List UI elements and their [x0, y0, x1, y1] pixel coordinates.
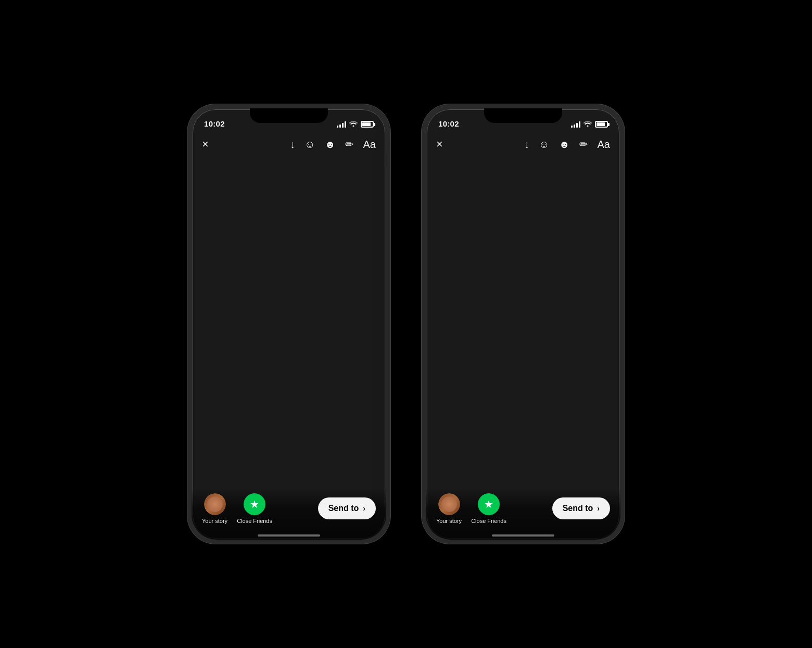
- monitor-screen-s1: [206, 313, 234, 328]
- status-icons: [337, 120, 374, 128]
- monitor-main-2: [484, 273, 557, 326]
- avatar-image: [204, 493, 226, 515]
- monitor-screen-s1-2: [440, 313, 468, 328]
- phone-2-screen: facebo 10:02: [426, 108, 620, 540]
- bottom-bar: Your story ★ Close Friends Send to ›: [192, 488, 386, 540]
- status-icons-2: [571, 120, 608, 128]
- close-friends-item[interactable]: ★ Close Friends: [237, 493, 272, 524]
- toolbar-left-2: ×: [436, 138, 443, 151]
- monitor-small-1-2: [436, 309, 472, 338]
- wifi-icon: [349, 120, 358, 128]
- your-story-item[interactable]: Your story: [202, 493, 227, 524]
- signal-bar-3-2: [576, 123, 578, 128]
- star-icon: ★: [250, 498, 259, 510]
- toolbar-right: ↓ ☺ ☻ ✏ Aa: [290, 138, 376, 151]
- send-to-button-2[interactable]: Send to ›: [552, 497, 610, 519]
- bottom-bar-2: Your story ★ Close Friends Send to ›: [426, 488, 620, 540]
- office-scene: facebo: [192, 108, 386, 540]
- signal-bar-3: [342, 123, 344, 128]
- avatar-image-2: [438, 493, 460, 515]
- signal-bar-4: [345, 121, 346, 128]
- avatar-face: [207, 496, 223, 512]
- monitor-stand: [285, 324, 287, 332]
- signal-bars-2: [571, 121, 580, 128]
- face-icon[interactable]: ☻: [324, 139, 335, 151]
- office-scene-2: facebo: [426, 108, 620, 540]
- send-to-button[interactable]: Send to ›: [318, 497, 376, 519]
- signal-bar-2-2: [574, 124, 575, 128]
- battery-icon: [361, 121, 374, 128]
- monitor-main: [250, 273, 323, 326]
- status-time: 10:02: [204, 119, 225, 128]
- toolbar-2: × ↓ ☺ ☻ ✏ Aa: [426, 131, 620, 157]
- star-icon-2: ★: [484, 498, 493, 510]
- phone-1-screen: facebo 10:02: [192, 108, 386, 540]
- download-icon[interactable]: ↓: [290, 139, 295, 151]
- close-friends-label-2: Close Friends: [471, 518, 506, 524]
- monitor-screen-s2-2: [564, 289, 597, 309]
- effect-icon[interactable]: ☺: [304, 139, 315, 151]
- home-indicator-2: [492, 534, 554, 537]
- toolbar: × ↓ ☺ ☻ ✏ Aa: [192, 131, 386, 157]
- notch: [250, 108, 328, 123]
- chevron-right-icon-2: ›: [597, 504, 600, 513]
- home-indicator: [258, 534, 320, 537]
- your-story-item-2[interactable]: Your story: [436, 493, 462, 524]
- signal-bar-1: [337, 126, 338, 128]
- battery-icon-2: [595, 121, 608, 128]
- monitor-small-1: [201, 309, 238, 338]
- signal-bar-4-2: [579, 121, 580, 128]
- monitor-stand-2: [519, 324, 522, 332]
- monitor-small-2: [325, 285, 367, 319]
- story-options: Your story ★ Close Friends: [202, 493, 272, 524]
- text-icon-2[interactable]: Aa: [598, 139, 610, 151]
- phone-2: facebo 10:02: [422, 104, 625, 544]
- photo-background: facebo: [192, 108, 386, 540]
- avatar-face-2: [441, 496, 457, 512]
- battery-fill-2: [597, 122, 605, 126]
- face-icon-2[interactable]: ☻: [559, 139, 569, 151]
- status-time-2: 10:02: [438, 119, 459, 128]
- toolbar-left: ×: [202, 138, 209, 151]
- your-story-label: Your story: [202, 518, 227, 524]
- monitor-small-2-2: [560, 285, 601, 319]
- notch-2: [484, 108, 562, 123]
- effect-icon-2[interactable]: ☺: [539, 139, 549, 151]
- close-friends-button[interactable]: ★: [244, 493, 265, 515]
- wifi-icon-2: [583, 120, 592, 128]
- pipe-h3-2: [426, 176, 581, 179]
- your-story-label-2: Your story: [436, 518, 462, 524]
- monitor-screen-2: [488, 278, 553, 316]
- close-friends-label: Close Friends: [237, 518, 272, 524]
- photo-background-2: facebo: [426, 108, 620, 540]
- send-to-label-2: Send to: [563, 504, 593, 513]
- close-icon-2[interactable]: ×: [436, 138, 443, 151]
- draw-icon-2[interactable]: ✏: [579, 138, 588, 151]
- signal-bar-1-2: [571, 126, 573, 128]
- draw-icon[interactable]: ✏: [345, 138, 354, 151]
- pipe-h4-2: [445, 191, 601, 193]
- signal-bars: [337, 121, 346, 128]
- pipe-h4: [211, 191, 366, 193]
- download-icon-2[interactable]: ↓: [524, 139, 529, 151]
- your-story-avatar: [204, 493, 226, 515]
- text-icon[interactable]: Aa: [363, 139, 376, 151]
- signal-bar-2: [339, 124, 341, 128]
- phone-1: facebo 10:02: [187, 104, 390, 544]
- monitor-screen-s2: [329, 289, 363, 309]
- close-friends-button-2[interactable]: ★: [478, 493, 500, 515]
- pipe-h3: [192, 176, 347, 179]
- story-options-2: Your story ★ Close Friends: [436, 493, 506, 524]
- close-friends-item-2[interactable]: ★ Close Friends: [471, 493, 506, 524]
- chevron-right-icon: ›: [363, 504, 365, 513]
- your-story-avatar-2: [438, 493, 460, 515]
- toolbar-right-2: ↓ ☺ ☻ ✏ Aa: [524, 138, 610, 151]
- monitor-screen: [254, 278, 319, 316]
- send-to-label: Send to: [328, 504, 359, 513]
- battery-fill: [362, 122, 371, 126]
- close-icon[interactable]: ×: [202, 138, 209, 151]
